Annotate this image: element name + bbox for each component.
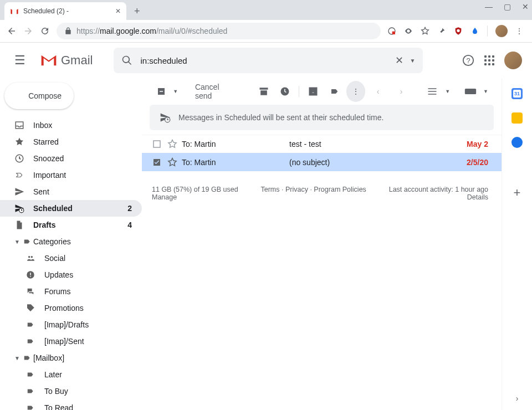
- label-icon: [25, 337, 44, 345]
- menu-icon[interactable]: ☰: [7, 53, 33, 68]
- svg-rect-15: [154, 141, 160, 147]
- svg-rect-9: [30, 276, 31, 277]
- sidebar-item-imap-sent[interactable]: [Imap]/Sent: [0, 333, 142, 350]
- tasks-addon-icon[interactable]: [511, 137, 523, 148]
- sidebar-item-imap-drafts[interactable]: [Imap]/Drafts: [0, 316, 142, 333]
- row-star-icon[interactable]: [167, 139, 182, 149]
- svg-rect-1: [392, 32, 395, 34]
- url-text: https://mail.google.com/mail/u/0/#schedu…: [76, 27, 227, 35]
- new-tab-button[interactable]: +: [126, 2, 148, 20]
- row-subject: (no subject): [289, 158, 467, 167]
- storage-text: 11 GB (57%) of 19 GB used: [152, 186, 238, 193]
- search-options-icon[interactable]: ▼: [410, 58, 416, 64]
- maximize-icon[interactable]: ▢: [504, 2, 511, 11]
- sidebar-item-social[interactable]: Social: [0, 250, 142, 266]
- details-link[interactable]: Details: [467, 193, 488, 201]
- important-icon: [14, 171, 33, 179]
- sidebar-item-forums[interactable]: Forums: [0, 283, 142, 300]
- search-box[interactable]: ✕ ▼: [114, 48, 423, 73]
- minimize-icon[interactable]: —: [485, 2, 493, 11]
- more-menu-icon[interactable]: ⋮: [346, 81, 365, 102]
- calendar-addon-icon[interactable]: 31: [511, 88, 523, 99]
- density-icon[interactable]: [422, 81, 443, 102]
- mail-row[interactable]: To: Martin test - test May 2: [142, 135, 502, 153]
- star-nav-icon: [14, 137, 33, 147]
- toolbar: ▼ Cancel send ⋮ ‹ › ▼ ▼: [142, 78, 502, 105]
- input-tools-icon[interactable]: [460, 81, 481, 102]
- privacy-link[interactable]: Privacy: [285, 186, 308, 193]
- label-icon: [25, 404, 44, 410]
- cancel-send-button[interactable]: Cancel send: [190, 83, 239, 100]
- manage-link[interactable]: Manage: [152, 193, 177, 201]
- svg-rect-13: [465, 89, 476, 94]
- row-from: To: Martin: [182, 140, 289, 148]
- star-icon[interactable]: [421, 27, 429, 35]
- activity-text: Last account activity: 1 hour ago: [389, 186, 488, 193]
- archive-icon[interactable]: [254, 81, 273, 102]
- row-checkbox[interactable]: [152, 157, 167, 167]
- account-avatar[interactable]: [504, 52, 522, 69]
- gmail-logo[interactable]: Gmail: [40, 53, 93, 68]
- svg-rect-11: [160, 91, 163, 92]
- sidebar-item-inbox[interactable]: Inbox: [0, 117, 142, 134]
- forward-icon: [23, 26, 35, 36]
- label-icon: [22, 354, 33, 362]
- sidebar-item-later[interactable]: Later: [0, 366, 142, 383]
- updates-icon: [25, 270, 44, 280]
- compose-button[interactable]: + Compose: [4, 83, 74, 109]
- support-icon[interactable]: ?: [462, 54, 474, 66]
- row-checkbox[interactable]: [152, 139, 167, 149]
- apps-grid-icon[interactable]: [484, 55, 494, 65]
- clear-search-icon[interactable]: ✕: [395, 54, 403, 66]
- svg-text:?: ?: [466, 57, 470, 65]
- row-date: May 2: [467, 140, 488, 148]
- ext-drop-icon[interactable]: [470, 27, 479, 35]
- sidebar-item-categories[interactable]: ▼Categories: [0, 233, 142, 250]
- browser-tab[interactable]: Scheduled (2) - ✕: [4, 2, 126, 20]
- translate-icon[interactable]: [387, 27, 396, 35]
- keep-addon-icon[interactable]: [511, 112, 523, 124]
- ext-eye-icon[interactable]: [404, 27, 413, 35]
- sent-icon: [14, 187, 33, 197]
- collapse-sidepanel-icon[interactable]: ›: [516, 394, 519, 403]
- svg-rect-8: [30, 273, 31, 275]
- sidebar-item-starred[interactable]: Starred: [0, 134, 142, 150]
- sidebar-item-toread[interactable]: To Read: [0, 399, 142, 410]
- sidebar-item-updates[interactable]: Updates: [0, 266, 142, 283]
- move-to-inbox-icon[interactable]: [304, 81, 323, 102]
- terms-link[interactable]: Terms: [261, 186, 280, 193]
- row-subject: test - test: [289, 140, 467, 148]
- select-dropdown-icon[interactable]: ▼: [173, 89, 178, 94]
- profile-avatar-small[interactable]: [495, 25, 508, 37]
- sidebar-item-sent[interactable]: Sent: [0, 183, 142, 200]
- policies-link[interactable]: Program Policies: [314, 186, 366, 193]
- close-window-icon[interactable]: ✕: [522, 2, 529, 11]
- mail-row[interactable]: To: Martin (no subject) 2/5/20: [142, 153, 502, 171]
- sidebar-item-snoozed[interactable]: Snoozed: [0, 150, 142, 167]
- sidebar-item-important[interactable]: Important: [0, 167, 142, 183]
- ext-pin-icon[interactable]: [437, 27, 446, 35]
- label-icon: [22, 238, 33, 245]
- row-star-icon[interactable]: [167, 157, 182, 167]
- back-icon[interactable]: [7, 26, 19, 36]
- sidebar-item-tobuy[interactable]: To Buy: [0, 383, 142, 399]
- select-checkbox[interactable]: [152, 81, 171, 102]
- row-from: To: Martin: [182, 158, 289, 167]
- search-icon[interactable]: [121, 55, 132, 66]
- sidebar-item-drafts[interactable]: Drafts4: [0, 217, 142, 233]
- snooze-icon[interactable]: [275, 81, 294, 102]
- ublock-icon[interactable]: [454, 27, 463, 35]
- close-tab-icon[interactable]: ✕: [115, 7, 121, 15]
- sidebar-item-promotions[interactable]: Promotions: [0, 300, 142, 316]
- chrome-menu-icon[interactable]: ⋮: [515, 27, 523, 35]
- chevron-down-icon[interactable]: ▼: [14, 239, 22, 245]
- address-bar[interactable]: https://mail.google.com/mail/u/0/#schedu…: [57, 23, 381, 39]
- sidebar-item-scheduled[interactable]: Scheduled2: [0, 200, 142, 217]
- chevron-down-icon[interactable]: ▼: [14, 355, 22, 361]
- sidebar-item-mailbox[interactable]: ▼[Mailbox]: [0, 350, 142, 366]
- reload-icon[interactable]: [40, 26, 52, 36]
- add-addon-icon[interactable]: +: [514, 186, 521, 200]
- labels-icon[interactable]: [325, 81, 344, 102]
- promotions-icon: [25, 303, 44, 313]
- search-input[interactable]: [139, 55, 388, 66]
